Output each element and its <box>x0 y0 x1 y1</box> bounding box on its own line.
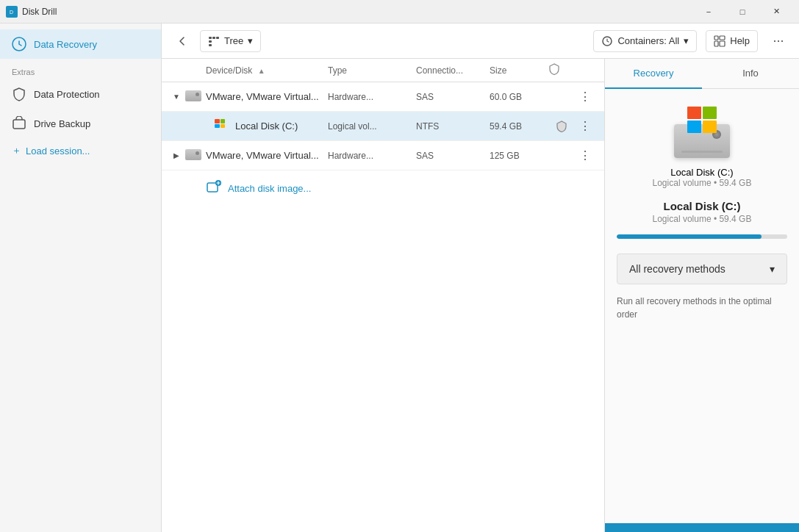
selected-disk-name: Local Disk (C:) <box>670 167 733 178</box>
size-col-header: Size <box>490 65 548 76</box>
windows-icon <box>687 107 717 133</box>
logical-disk-icon <box>215 121 231 132</box>
progress-fill <box>617 234 762 239</box>
titlebar-controls: − □ ✕ <box>692 0 793 24</box>
tree-view-button[interactable]: Tree ▾ <box>200 30 261 52</box>
tree-chevron-icon: ▾ <box>248 35 253 46</box>
hdd-icon-vm2 <box>185 149 201 160</box>
svg-rect-10 <box>714 36 718 40</box>
recovery-method-label: All recovery methods <box>629 263 725 275</box>
sidebar-extras-label: Extras <box>0 59 161 79</box>
hdd-icon-vm1 <box>185 90 201 101</box>
app-icon: D <box>6 6 18 18</box>
vm2-size: 125 GB <box>490 151 548 161</box>
vm1-name: VMware, VMware Virtual... <box>206 91 328 102</box>
close-button[interactable]: ✕ <box>759 0 793 24</box>
disk-row-vm2[interactable]: ▶ VMware, VMware Virtual... Hardware... … <box>162 141 604 170</box>
recovery-method-description: Run all recovery methods in the optimal … <box>617 295 787 321</box>
sidebar-item-data-recovery[interactable]: Data Recovery <box>0 29 161 59</box>
toolbar-left: Tree ▾ <box>171 29 261 53</box>
attach-disk-image-row[interactable]: Attach disk image... <box>162 170 604 206</box>
conn-col-header: Connectio... <box>416 65 490 76</box>
svg-rect-13 <box>720 41 725 46</box>
toolbar: Tree ▾ Containers: All ▾ <box>162 24 799 59</box>
svg-rect-3 <box>13 120 25 129</box>
more-icon: ··· <box>773 33 784 48</box>
containers-button[interactable]: Containers: All ▾ <box>593 30 697 52</box>
recovery-icon <box>12 37 26 51</box>
toolbar-right: Containers: All ▾ Help ··· <box>593 29 790 53</box>
right-panel-content: Local Disk (C:) Logical volume • 59.4 GB… <box>605 89 799 523</box>
right-tabs: Recovery Info <box>605 59 799 89</box>
disk-usage-progress <box>617 234 787 239</box>
type-col-header: Type <box>328 65 416 76</box>
attach-disk-icon <box>206 179 222 198</box>
win-quad-red <box>687 107 701 119</box>
vm2-menu-button[interactable]: ⋮ <box>575 148 595 162</box>
svg-rect-12 <box>720 36 725 40</box>
sidebar-drive-backup-label: Drive Backup <box>34 118 90 129</box>
local-c-menu-button[interactable]: ⋮ <box>575 119 595 133</box>
sidebar-data-protection-label: Data Protection <box>34 89 100 100</box>
maximize-button[interactable]: □ <box>725 0 759 24</box>
app-title: Disk Drill <box>22 7 57 17</box>
disk-row-local-c[interactable]: Local Disk (C:) Logical vol... NTFS 59.4… <box>162 112 604 141</box>
plus-icon: ＋ <box>12 144 21 157</box>
search-for-lost-data-button[interactable]: Search for lost data <box>605 523 799 532</box>
local-c-name: Local Disk (C:) <box>235 121 328 132</box>
vm1-connection: SAS <box>416 92 490 102</box>
local-c-connection: NTFS <box>416 121 490 132</box>
minimize-button[interactable]: − <box>692 0 725 24</box>
containers-label: Containers: All <box>617 35 679 46</box>
right-panel: Recovery Info <box>604 59 799 532</box>
recovery-method-button[interactable]: All recovery methods ▾ <box>617 254 787 284</box>
win-quad-blue <box>687 121 701 133</box>
vm1-size: 60.0 GB <box>490 92 548 102</box>
prot-col-header <box>548 63 575 77</box>
svg-rect-6 <box>216 37 219 39</box>
vm2-name: VMware, VMware Virtual... <box>206 150 328 161</box>
load-session-button[interactable]: ＋ Load session... <box>0 138 161 163</box>
tab-recovery[interactable]: Recovery <box>605 59 702 89</box>
protection-icon <box>12 87 26 101</box>
svg-rect-5 <box>212 37 215 39</box>
disk-table-header: Device/Disk ▲ Type Connectio... Size <box>162 59 604 82</box>
disk-panel: Device/Disk ▲ Type Connectio... Size <box>162 59 604 532</box>
sidebar-data-recovery-label: Data Recovery <box>34 39 97 50</box>
svg-rect-7 <box>209 40 212 43</box>
name-col-header: Device/Disk ▲ <box>206 65 328 76</box>
svg-rect-11 <box>714 41 718 46</box>
help-label: Help <box>730 35 750 46</box>
more-options-button[interactable]: ··· <box>767 29 790 53</box>
disk-visual: Local Disk (C:) Logical volume • 59.4 GB <box>653 107 752 188</box>
vm1-menu-button[interactable]: ⋮ <box>575 90 595 104</box>
help-button[interactable]: Help <box>706 30 758 52</box>
main-content: Device/Disk ▲ Type Connectio... Size <box>162 59 799 532</box>
sidebar-item-drive-backup[interactable]: Drive Backup <box>0 109 161 138</box>
containers-chevron-icon: ▾ <box>684 35 689 46</box>
local-c-protection <box>548 121 575 132</box>
vm1-type: Hardware... <box>328 92 416 102</box>
vm2-connection: SAS <box>416 151 490 161</box>
titlebar-left: D Disk Drill <box>6 6 57 18</box>
load-session-label: Load session... <box>26 145 90 157</box>
collapse-vm1-arrow[interactable]: ▼ <box>171 91 182 103</box>
sort-icon: ▲ <box>258 67 265 75</box>
tab-info[interactable]: Info <box>702 59 799 88</box>
sidebar: Data Recovery Extras Data Protection <box>0 24 162 532</box>
svg-rect-4 <box>209 37 212 39</box>
selected-disk-subtitle: Logical volume • 59.4 GB <box>653 178 752 188</box>
attach-disk-label: Attach disk image... <box>228 183 311 194</box>
expand-vm2-arrow[interactable]: ▶ <box>171 150 182 162</box>
vm2-type: Hardware... <box>328 151 416 161</box>
back-button[interactable] <box>171 29 194 53</box>
win-quad-yellow <box>703 121 717 133</box>
disk-subtitle-label: Logical volume • 59.4 GB <box>653 214 752 224</box>
disk-name-label: Local Disk (C:) <box>663 200 740 212</box>
sidebar-item-data-protection[interactable]: Data Protection <box>0 79 161 109</box>
local-c-size: 59.4 GB <box>490 121 548 132</box>
progress-track <box>617 234 787 239</box>
recovery-method-chevron-icon: ▾ <box>770 263 775 275</box>
svg-rect-8 <box>209 44 212 46</box>
disk-row-vm1[interactable]: ▼ VMware, VMware Virtual... Hardware... … <box>162 82 604 112</box>
